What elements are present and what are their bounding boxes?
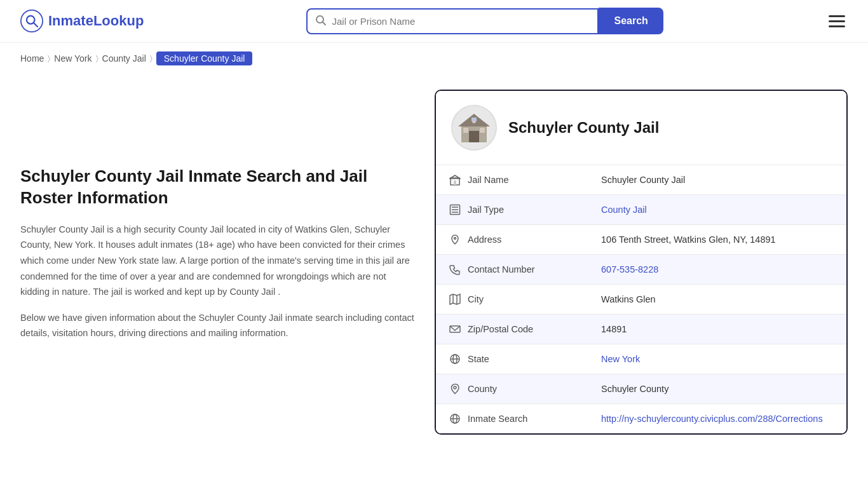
search-area: Search — [306, 8, 663, 34]
row-link[interactable]: 607-535-8228 — [601, 264, 658, 274]
svg-rect-14 — [454, 180, 456, 185]
building-icon — [455, 109, 493, 147]
svg-point-0 — [21, 10, 43, 32]
search-button[interactable]: Search — [599, 8, 663, 34]
breadcrumb-type[interactable]: County Jail — [102, 53, 146, 64]
svg-marker-13 — [450, 175, 460, 179]
phone-icon — [449, 263, 461, 276]
left-panel: Schuyler County Jail Inmate Search and J… — [20, 90, 414, 351]
list-icon — [449, 203, 461, 216]
description-paragraph-2: Below we have given information about th… — [20, 310, 414, 341]
row-label: Jail Type — [449, 203, 576, 216]
row-label: City — [449, 293, 576, 306]
svg-line-4 — [323, 22, 326, 25]
logo[interactable]: InmateLookup — [20, 10, 144, 32]
table-row: Contact Number607-535-8228 — [436, 255, 846, 285]
row-label: State — [449, 353, 576, 365]
table-row: Jail TypeCounty Jail — [436, 195, 846, 225]
menu-button[interactable] — [826, 13, 848, 30]
svg-rect-9 — [480, 128, 485, 133]
search-icon — [315, 15, 327, 28]
row-value[interactable]: 607-535-8228 — [588, 255, 846, 285]
table-row: StateNew York — [436, 344, 846, 374]
map-icon — [449, 293, 461, 306]
row-value: Schuyler County — [588, 374, 846, 404]
info-card-title: Schuyler County Jail — [508, 119, 659, 137]
row-label: County — [449, 383, 576, 395]
breadcrumb-home[interactable]: Home — [20, 53, 44, 64]
svg-point-19 — [454, 238, 456, 240]
svg-point-27 — [454, 386, 456, 389]
row-link[interactable]: New York — [601, 354, 640, 364]
row-link[interactable]: County Jail — [601, 205, 647, 215]
header: InmateLookup Search — [0, 0, 868, 43]
row-link[interactable]: http://ny-schuylercounty.civicplus.com/2… — [601, 414, 823, 424]
row-value[interactable]: County Jail — [588, 195, 846, 225]
search-input[interactable] — [332, 10, 590, 33]
svg-rect-11 — [471, 118, 477, 121]
row-value: Watkins Glen — [588, 285, 846, 315]
building-icon — [449, 173, 461, 186]
pin-icon — [449, 233, 461, 246]
row-value: Schuyler County Jail — [588, 165, 846, 195]
svg-rect-7 — [469, 131, 479, 142]
description-paragraph-1: Schuyler County Jail is a high security … — [20, 222, 414, 300]
svg-marker-20 — [450, 294, 460, 304]
page-heading: Schuyler County Jail Inmate Search and J… — [20, 166, 414, 209]
logo-icon — [20, 10, 43, 32]
svg-line-2 — [34, 23, 37, 27]
table-row: Inmate Searchhttp://ny-schuylercounty.ci… — [436, 404, 846, 434]
row-label: Address — [449, 233, 576, 246]
svg-rect-8 — [463, 128, 468, 133]
table-row: Address106 Tenth Street, Watkins Glen, N… — [436, 225, 846, 255]
table-row: Zip/Postal Code14891 — [436, 315, 846, 344]
info-table: Jail NameSchuyler County JailJail TypeCo… — [436, 165, 846, 433]
breadcrumb-state[interactable]: New York — [54, 53, 92, 64]
chevron-icon: 〉 — [48, 54, 50, 63]
table-row: CityWatkins Glen — [436, 285, 846, 315]
info-card-header: Schuyler County Jail — [436, 91, 846, 165]
breadcrumb: Home 〉 New York 〉 County Jail 〉 Schuyler… — [0, 43, 868, 74]
info-card: Schuyler County Jail Jail NameSchuyler C… — [435, 90, 848, 435]
row-label: Zip/Postal Code — [449, 323, 576, 336]
breadcrumb-current: Schuyler County Jail — [156, 51, 253, 65]
chevron-icon-3: 〉 — [150, 54, 153, 63]
table-row: Jail NameSchuyler County Jail — [436, 165, 846, 195]
row-value: 14891 — [588, 315, 846, 344]
globe2-icon — [449, 412, 461, 425]
chevron-icon-2: 〉 — [96, 54, 98, 63]
mail-icon — [449, 323, 461, 336]
location-icon — [449, 383, 461, 395]
row-label: Jail Name — [449, 173, 576, 186]
row-value[interactable]: http://ny-schuylercounty.civicplus.com/2… — [588, 404, 846, 434]
search-wrapper — [306, 8, 599, 34]
row-label: Inmate Search — [449, 412, 576, 425]
row-label: Contact Number — [449, 263, 576, 276]
row-value[interactable]: New York — [588, 344, 846, 374]
main-content: Schuyler County Jail Inmate Search and J… — [0, 74, 868, 460]
table-row: CountySchuyler County — [436, 374, 846, 404]
globe-icon — [449, 353, 461, 365]
right-panel: Schuyler County Jail Jail NameSchuyler C… — [435, 90, 848, 435]
row-value: 106 Tenth Street, Watkins Glen, NY, 1489… — [588, 225, 846, 255]
logo-text: InmateLookup — [48, 13, 144, 29]
jail-avatar — [451, 105, 497, 151]
